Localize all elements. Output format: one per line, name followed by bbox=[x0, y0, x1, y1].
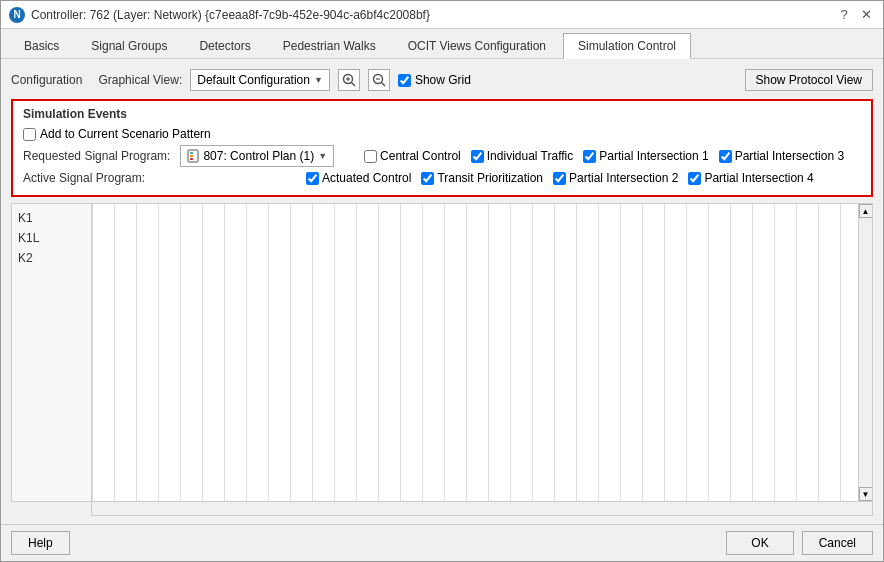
zoom-in-icon bbox=[342, 73, 356, 87]
scroll-down-button[interactable]: ▼ bbox=[859, 487, 873, 501]
partial-intersection-1-checkbox[interactable] bbox=[583, 150, 596, 163]
cb-partial-intersection-2: Partial Intersection 2 bbox=[553, 171, 678, 185]
individual-traffic-checkbox[interactable] bbox=[471, 150, 484, 163]
add-scenario-checkbox-row: Add to Current Scenario Pattern bbox=[23, 127, 211, 141]
footer: Help OK Cancel bbox=[1, 524, 883, 561]
signal-program-dropdown[interactable]: 807: Control Plan (1) ▼ bbox=[180, 145, 334, 167]
show-grid-checkbox-row: Show Grid bbox=[398, 73, 471, 87]
partial-intersection-4-checkbox[interactable] bbox=[688, 172, 701, 185]
show-protocol-button[interactable]: Show Protocol View bbox=[745, 69, 874, 91]
simulation-events-section: Simulation Events Add to Current Scenari… bbox=[11, 99, 873, 197]
signal-program-value: 807: Control Plan (1) bbox=[203, 149, 314, 163]
main-window: N Controller: 762 (Layer: Network) {c7ee… bbox=[0, 0, 884, 562]
partial-intersection-4-label: Partial Intersection 4 bbox=[704, 171, 813, 185]
help-button[interactable]: Help bbox=[11, 531, 70, 555]
main-content: Configuration Graphical View: Default Co… bbox=[1, 59, 883, 524]
add-scenario-label[interactable]: Add to Current Scenario Pattern bbox=[40, 127, 211, 141]
graphical-view-value: Default Configuration bbox=[197, 73, 310, 87]
partial-intersection-3-checkbox[interactable] bbox=[719, 150, 732, 163]
chevron-down-icon: ▼ bbox=[314, 75, 323, 85]
transit-prioritization-label: Transit Prioritization bbox=[437, 171, 543, 185]
title-bar: N Controller: 762 (Layer: Network) {c7ee… bbox=[1, 1, 883, 29]
app-icon: N bbox=[9, 7, 25, 23]
requested-signal-label: Requested Signal Program: bbox=[23, 149, 170, 163]
help-title-button[interactable]: ? bbox=[835, 6, 853, 24]
actuated-control-checkbox[interactable] bbox=[306, 172, 319, 185]
svg-rect-10 bbox=[190, 158, 193, 160]
window-title: Controller: 762 (Layer: Network) {c7eeaa… bbox=[31, 8, 430, 22]
sim-events-title: Simulation Events bbox=[23, 107, 861, 121]
svg-line-5 bbox=[381, 83, 385, 87]
tab-detectors[interactable]: Detectors bbox=[184, 33, 265, 58]
cb-partial-intersection-3: Partial Intersection 3 bbox=[719, 149, 844, 163]
signal-icon bbox=[187, 149, 199, 163]
cb-transit-prioritization: Transit Prioritization bbox=[421, 171, 543, 185]
title-bar-left: N Controller: 762 (Layer: Network) {c7ee… bbox=[9, 7, 430, 23]
cancel-button[interactable]: Cancel bbox=[802, 531, 873, 555]
cb-central-control: Central Control bbox=[364, 149, 461, 163]
grid-area: K1 K1L K2 ▲ ▼ bbox=[11, 203, 873, 502]
partial-intersection-1-label: Partial Intersection 1 bbox=[599, 149, 708, 163]
config-section-label: Configuration bbox=[11, 73, 82, 87]
zoom-out-icon bbox=[372, 73, 386, 87]
tab-signal-groups[interactable]: Signal Groups bbox=[76, 33, 182, 58]
svg-rect-9 bbox=[190, 155, 193, 157]
central-control-label: Central Control bbox=[380, 149, 461, 163]
h-scroll-track bbox=[92, 502, 872, 515]
tab-bar: Basics Signal Groups Detectors Pedestria… bbox=[1, 29, 883, 59]
add-scenario-checkbox[interactable] bbox=[23, 128, 36, 141]
grid-content bbox=[92, 204, 858, 501]
graphical-view-label: Graphical View: bbox=[98, 73, 182, 87]
svg-rect-8 bbox=[190, 152, 193, 154]
transit-prioritization-checkbox[interactable] bbox=[421, 172, 434, 185]
signal-dropdown-arrow-icon: ▼ bbox=[318, 151, 327, 161]
partial-intersection-2-label: Partial Intersection 2 bbox=[569, 171, 678, 185]
horizontal-scrollbar[interactable] bbox=[91, 502, 873, 516]
zoom-in-button[interactable] bbox=[338, 69, 360, 91]
scroll-up-button[interactable]: ▲ bbox=[859, 204, 873, 218]
footer-right: OK Cancel bbox=[726, 531, 873, 555]
partial-intersection-2-checkbox[interactable] bbox=[553, 172, 566, 185]
ok-button[interactable]: OK bbox=[726, 531, 793, 555]
vertical-scrollbar[interactable]: ▲ ▼ bbox=[858, 204, 872, 501]
active-signal-row: Active Signal Program: Actuated Control … bbox=[23, 171, 861, 185]
actuated-control-label: Actuated Control bbox=[322, 171, 411, 185]
scroll-track bbox=[859, 218, 872, 487]
central-control-checkbox[interactable] bbox=[364, 150, 377, 163]
cb-partial-intersection-4: Partial Intersection 4 bbox=[688, 171, 813, 185]
graphical-view-dropdown[interactable]: Default Configuration ▼ bbox=[190, 69, 330, 91]
individual-traffic-label: Individual Traffic bbox=[487, 149, 574, 163]
cb-actuated-control: Actuated Control bbox=[306, 171, 411, 185]
tab-pedestrian-walks[interactable]: Pedestrian Walks bbox=[268, 33, 391, 58]
tab-simulation-control[interactable]: Simulation Control bbox=[563, 33, 691, 59]
tab-ocit-views[interactable]: OCIT Views Configuration bbox=[393, 33, 561, 58]
row-label-k1l: K1L bbox=[12, 228, 91, 248]
close-button[interactable]: ✕ bbox=[857, 6, 875, 24]
active-signal-label: Active Signal Program: bbox=[23, 171, 163, 185]
row-label-k1: K1 bbox=[12, 208, 91, 228]
title-controls: ? ✕ bbox=[835, 6, 875, 24]
row-labels: K1 K1L K2 bbox=[12, 204, 92, 501]
show-grid-checkbox[interactable] bbox=[398, 74, 411, 87]
tab-basics[interactable]: Basics bbox=[9, 33, 74, 58]
grid-lines bbox=[92, 204, 858, 501]
zoom-out-button[interactable] bbox=[368, 69, 390, 91]
add-scenario-row: Add to Current Scenario Pattern bbox=[23, 127, 861, 141]
requested-signal-row: Requested Signal Program: 807: Control P… bbox=[23, 145, 861, 167]
cb-partial-intersection-1: Partial Intersection 1 bbox=[583, 149, 708, 163]
cb-individual-traffic: Individual Traffic bbox=[471, 149, 574, 163]
row-label-k2: K2 bbox=[12, 248, 91, 268]
svg-line-1 bbox=[351, 83, 355, 87]
partial-intersection-3-label: Partial Intersection 3 bbox=[735, 149, 844, 163]
show-grid-label[interactable]: Show Grid bbox=[415, 73, 471, 87]
